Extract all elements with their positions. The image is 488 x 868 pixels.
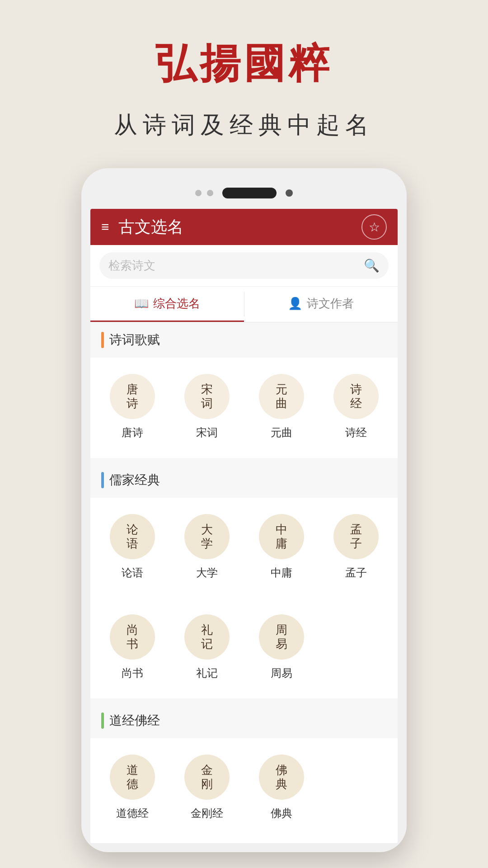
section-shici: 诗词歌赋 唐诗 唐诗 宋词 宋词 (90, 322, 398, 458)
zhongyong-icon: 中庸 (259, 514, 304, 559)
list-item[interactable]: 中庸 中庸 (244, 507, 319, 589)
daojiao-grid: 道德 道德经 金刚 金刚经 佛典 (90, 738, 398, 839)
phone-frame: ≡ 古文选名 ☆ 检索诗文 🔍 📖 综合选名 (81, 168, 407, 852)
liji-icon: 礼记 (184, 614, 230, 660)
header-title: 古文选名 (118, 216, 183, 238)
section-bar-shici (101, 332, 104, 348)
zhouyi-label: 周易 (271, 666, 292, 680)
zhouyi-icon: 周易 (259, 614, 304, 660)
phone-notch (90, 177, 398, 209)
section-rujia-title: 儒家经典 (109, 472, 160, 489)
list-item-empty (319, 747, 393, 830)
shijing-icon: 诗经 (333, 374, 379, 419)
shangshu-icon: 尚书 (110, 614, 155, 660)
list-item[interactable]: 唐诗 唐诗 (95, 367, 169, 449)
shici-grid: 唐诗 唐诗 宋词 宋词 元曲 (90, 358, 398, 458)
songci-label: 宋词 (196, 425, 218, 440)
header-left: ≡ 古文选名 (101, 216, 183, 238)
content-area: 诗词歌赋 唐诗 唐诗 宋词 宋词 (90, 322, 398, 839)
menu-icon[interactable]: ≡ (101, 220, 109, 234)
tab-comprehensive-icon: 📖 (134, 297, 149, 311)
songci-icon: 宋词 (184, 374, 230, 419)
search-icon: 🔍 (364, 258, 380, 273)
list-item[interactable]: 宋词 宋词 (169, 367, 244, 449)
section-daojiao-title: 道经佛经 (109, 712, 160, 729)
list-item[interactable]: 礼记 礼记 (169, 607, 244, 689)
favorite-button[interactable]: ☆ (361, 214, 387, 240)
notch-speaker (222, 188, 277, 198)
lunyu-icon: 论语 (110, 514, 155, 559)
lunyu-label: 论语 (122, 566, 143, 580)
list-item[interactable]: 大学 大学 (169, 507, 244, 589)
daodejing-label: 道德经 (116, 806, 149, 821)
tangshi-icon: 唐诗 (110, 374, 155, 419)
list-item[interactable]: 周易 周易 (244, 607, 319, 689)
section-daojiao-header: 道经佛经 (90, 703, 398, 738)
app-screen: ≡ 古文选名 ☆ 检索诗文 🔍 📖 综合选名 (90, 209, 398, 843)
section-shici-title: 诗词歌赋 (109, 331, 160, 349)
jinggang-icon: 金刚 (184, 755, 230, 800)
tab-author-label: 诗文作者 (307, 296, 354, 311)
mengzi-icon: 孟子 (333, 514, 379, 559)
search-placeholder: 检索诗文 (108, 258, 358, 274)
app-header: ≡ 古文选名 ☆ (90, 209, 398, 245)
tangshi-label: 唐诗 (122, 425, 143, 440)
search-inner[interactable]: 检索诗文 🔍 (99, 252, 389, 279)
list-item[interactable]: 论语 论语 (95, 507, 169, 589)
notch-camera (286, 189, 293, 197)
rujia-grid-2: 尚书 尚书 礼记 礼记 周易 (90, 598, 398, 698)
subtitle: 从诗词及经典中起名 (114, 109, 374, 141)
list-item[interactable]: 尚书 尚书 (95, 607, 169, 689)
section-rujia: 儒家经典 论语 论语 大学 大学 (90, 462, 398, 698)
star-icon: ☆ (369, 220, 380, 235)
shangshu-label: 尚书 (122, 666, 143, 680)
shijing-label: 诗经 (345, 425, 367, 440)
list-item[interactable]: 道德 道德经 (95, 747, 169, 830)
tab-author-icon: 👤 (288, 297, 302, 311)
section-bar-daojiao (101, 712, 104, 729)
section-shici-header: 诗词歌赋 (90, 322, 398, 358)
notch-dot-2 (207, 190, 213, 196)
daodejing-icon: 道德 (110, 755, 155, 800)
list-item[interactable]: 金刚 金刚经 (169, 747, 244, 830)
fudian-icon: 佛典 (259, 755, 304, 800)
notch-dot-1 (195, 190, 202, 196)
daxue-label: 大学 (196, 566, 218, 580)
mengzi-label: 孟子 (345, 566, 367, 580)
list-item[interactable]: 元曲 元曲 (244, 367, 319, 449)
list-item[interactable]: 诗经 诗经 (319, 367, 393, 449)
list-item-empty (319, 607, 393, 689)
main-title: 弘揚國粹 (155, 36, 333, 91)
yuanqu-label: 元曲 (271, 425, 292, 440)
daxue-icon: 大学 (184, 514, 230, 559)
liji-label: 礼记 (196, 666, 218, 680)
search-bar: 检索诗文 🔍 (90, 245, 398, 287)
section-daojiao: 道经佛经 道德 道德经 金刚 金刚经 (90, 703, 398, 839)
section-bar-rujia (101, 472, 104, 488)
yuanqu-icon: 元曲 (259, 374, 304, 419)
background-area: 弘揚國粹 从诗词及经典中起名 ≡ 古文选名 ☆ (0, 0, 488, 852)
rujia-grid-1: 论语 论语 大学 大学 中庸 (90, 498, 398, 598)
notch-dots (195, 190, 213, 196)
tab-author[interactable]: 👤 诗文作者 (244, 287, 398, 322)
fudian-label: 佛典 (271, 806, 292, 821)
section-rujia-header: 儒家经典 (90, 462, 398, 498)
jinggang-label: 金刚经 (191, 806, 223, 821)
list-item[interactable]: 佛典 佛典 (244, 747, 319, 830)
zhongyong-label: 中庸 (271, 566, 292, 580)
tab-comprehensive-label: 综合选名 (153, 296, 200, 311)
list-item[interactable]: 孟子 孟子 (319, 507, 393, 589)
tab-comprehensive[interactable]: 📖 综合选名 (90, 287, 244, 322)
tab-bar: 📖 综合选名 👤 诗文作者 (90, 287, 398, 322)
